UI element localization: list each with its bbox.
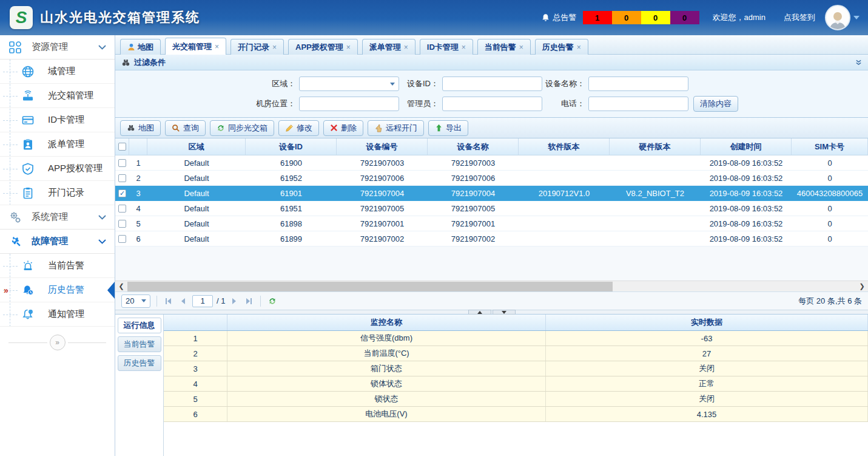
column-created[interactable]: 创建时间 [701, 138, 792, 155]
chevron-down-icon [98, 45, 106, 50]
scrollbar-thumb[interactable] [127, 282, 613, 291]
select-all-checkbox[interactable] [118, 143, 126, 151]
row-checkbox[interactable] [118, 174, 126, 182]
device-table: 区域 设备ID 设备编号 设备名称 软件版本 硬件版本 创建时间 SIM卡号 1… [115, 138, 868, 247]
detail-tab-history-alarms[interactable]: 历史告警 [118, 355, 161, 371]
filter-panel: 过滤条件 区域： 设备ID： 设备名称： 机房位置： 管理员： 电话： [115, 55, 868, 118]
tab-current-alarms[interactable]: 当前告警 × [477, 39, 531, 55]
pagination-bar: 20 / 1 每页 20 条,共 6 条 [115, 291, 868, 310]
panel-splitter[interactable] [115, 310, 868, 315]
splitter-down-button[interactable] [493, 310, 516, 315]
tab-map[interactable]: 地图 [120, 39, 161, 55]
column-hw-version[interactable]: 硬件版本 [610, 138, 701, 155]
close-icon[interactable]: × [346, 44, 351, 51]
row-checkbox[interactable] [118, 220, 126, 228]
column-region[interactable]: 区域 [147, 138, 246, 155]
phone-input[interactable] [588, 97, 688, 111]
tab-id-card[interactable]: ID卡管理 × [420, 39, 473, 55]
delete-button[interactable]: 删除 [323, 120, 363, 136]
detail-tab-current-alarms[interactable]: 当前告警 [118, 336, 161, 352]
row-checkbox-checked[interactable] [118, 189, 126, 197]
sign-in-link[interactable]: 点我签到 [784, 12, 815, 23]
detail-tab-running-info[interactable]: 运行信息 [118, 318, 161, 333]
main-content: 地图 光交箱管理 × 开门记录 × APP授权管理 × 派单管理 × ID卡管理… [115, 35, 868, 456]
last-page-button[interactable] [243, 296, 254, 307]
device-name-input[interactable] [588, 77, 688, 91]
page-size-select[interactable]: 20 [121, 294, 150, 308]
sidebar-item-app-auth[interactable]: APP授权管理 [0, 157, 115, 181]
table-row[interactable]: 6 Default 61899 7921907002 7921907002 20… [115, 231, 868, 247]
alarm-badge-minor[interactable]: 0 [641, 11, 670, 24]
page-number-input[interactable] [192, 295, 213, 307]
phone-label: 电话： [545, 98, 585, 109]
refresh-icon[interactable] [267, 296, 278, 307]
region-select[interactable] [299, 77, 399, 91]
avatar-chevron-down-icon[interactable] [853, 16, 860, 19]
prev-page-button[interactable] [178, 296, 189, 307]
tab-optical-box-mgmt[interactable]: 光交箱管理 × [165, 38, 226, 55]
table-row[interactable]: 4 Default 61951 7921907005 7921907005 20… [115, 201, 868, 216]
manager-input[interactable] [442, 97, 542, 111]
alarm-badge-major[interactable]: 0 [612, 11, 641, 24]
close-icon[interactable]: × [462, 44, 466, 51]
tab-door-records[interactable]: 开门记录 × [230, 39, 284, 55]
clear-content-button[interactable]: 清除内容 [693, 96, 738, 112]
sidebar-item-optical-box[interactable]: 光交箱管理 [0, 84, 115, 108]
collapse-panel-icon[interactable] [855, 59, 862, 66]
shield-check-icon [21, 162, 35, 175]
sidebar-item-current-alarms[interactable]: 当前告警 [0, 254, 115, 278]
row-checkbox[interactable] [118, 159, 126, 167]
tab-dispatch[interactable]: 派单管理 × [362, 39, 415, 55]
close-icon[interactable]: × [404, 44, 408, 51]
close-icon[interactable]: × [215, 43, 219, 50]
remote-open-door-button[interactable]: 远程开门 [368, 120, 424, 136]
device-id-input[interactable] [442, 77, 542, 91]
table-row[interactable]: 5 Default 61898 7921907001 7921907001 20… [115, 216, 868, 231]
sidebar-item-door-records[interactable]: 开门记录 [0, 181, 115, 205]
id-card-icon [21, 114, 35, 127]
alarm-badge-warning[interactable]: 0 [670, 11, 699, 24]
sidebar-item-notifications[interactable]: 通知管理 [0, 302, 115, 327]
sidebar-group-fault[interactable]: 故障管理 [0, 230, 115, 254]
close-icon[interactable]: × [577, 44, 581, 51]
tab-app-auth[interactable]: APP授权管理 × [288, 39, 358, 55]
tab-history-alarms[interactable]: 历史告警 × [535, 39, 588, 55]
column-sim[interactable]: SIM卡号 [792, 138, 868, 155]
first-page-button[interactable] [163, 296, 174, 307]
sync-optical-box-button[interactable]: 同步光交箱 [210, 120, 274, 136]
room-location-input[interactable] [299, 97, 399, 111]
column-device-name[interactable]: 设备名称 [428, 138, 519, 155]
sidebar-group-system[interactable]: 系统管理 [0, 205, 115, 230]
close-icon[interactable]: × [272, 44, 277, 51]
scroll-right-arrow-icon[interactable]: ❯ [856, 282, 868, 290]
binoculars-icon [121, 58, 130, 67]
table-row[interactable]: 2 Default 61952 7921907006 7921907006 20… [115, 171, 868, 186]
row-checkbox[interactable] [118, 235, 126, 243]
active-item-flag [107, 282, 115, 299]
column-device-no[interactable]: 设备编号 [337, 138, 428, 155]
sidebar-item-history-alarms[interactable]: » 历史告警 [0, 278, 115, 302]
splitter-up-button[interactable] [468, 310, 491, 315]
export-button[interactable]: 导出 [428, 120, 468, 136]
sidebar-group-resource[interactable]: 资源管理 [0, 35, 115, 60]
column-sw-version[interactable]: 软件版本 [519, 138, 610, 155]
horizontal-scrollbar[interactable]: ❮ ❯ [115, 281, 868, 291]
page-title: 山水光电光交箱管理系统 [40, 9, 200, 27]
sidebar-collapse-button[interactable]: » [50, 335, 66, 350]
alarm-badge-critical[interactable]: 1 [583, 11, 612, 24]
alarm-badges: 1 0 0 0 [583, 11, 699, 24]
avatar[interactable] [825, 5, 850, 30]
table-row-selected[interactable]: 3 Default 61901 7921907004 7921907004 20… [115, 186, 868, 201]
row-checkbox[interactable] [118, 205, 126, 213]
scroll-left-arrow-icon[interactable]: ❮ [115, 282, 127, 290]
next-page-button[interactable] [229, 296, 240, 307]
sidebar-item-domain[interactable]: 域管理 [0, 60, 115, 84]
table-row[interactable]: 1 Default 61900 7921907003 7921907003 20… [115, 155, 868, 171]
column-device-id[interactable]: 设备ID [246, 138, 337, 155]
map-button[interactable]: 地图 [120, 120, 161, 136]
sidebar-item-id-card[interactable]: ID卡管理 [0, 108, 115, 132]
edit-button[interactable]: 修改 [278, 120, 319, 136]
close-icon[interactable]: × [519, 44, 523, 51]
query-button[interactable]: 查询 [165, 120, 206, 136]
sidebar-item-dispatch[interactable]: 派单管理 [0, 132, 115, 157]
